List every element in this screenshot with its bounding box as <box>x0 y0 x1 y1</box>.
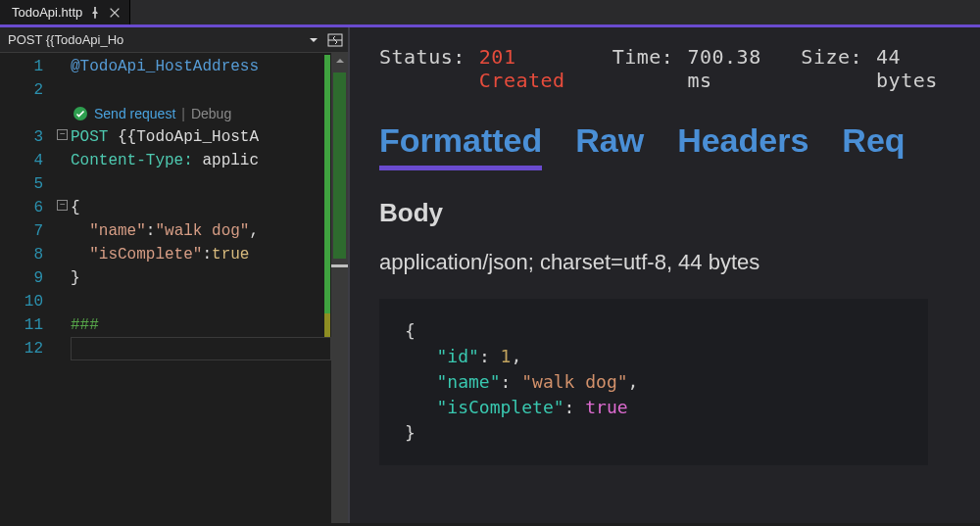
code-lines: @TodoApi_HostAddress Send request | Debu… <box>71 53 348 523</box>
code-token: } <box>71 269 80 287</box>
response-pane: Status: 201 Created Time: 700.38 ms Size… <box>348 27 980 523</box>
time-value: 700.38 ms <box>687 45 775 92</box>
size-value: 44 bytes <box>876 45 955 92</box>
editor-nav-bar: POST {{TodoApi_Ho <box>0 27 348 53</box>
body-heading: Body <box>379 198 980 228</box>
code-token: { <box>71 199 80 216</box>
scroll-overview-changes <box>333 72 346 259</box>
document-tab-strip: TodoApi.http <box>0 0 980 27</box>
chevron-up-icon <box>335 56 345 66</box>
tab-raw[interactable]: Raw <box>575 121 644 170</box>
response-status-line: Status: 201 Created Time: 700.38 ms Size… <box>379 45 980 92</box>
json-content: { "id": 1, "name": "walk dog", "isComple… <box>405 318 903 446</box>
editor-pane: POST {{TodoApi_Ho 12345 6789101112 − − <box>0 27 348 523</box>
send-request-link[interactable]: Send request <box>94 102 175 125</box>
codelens-row: Send request | Debug <box>71 102 348 125</box>
document-tab-title: TodoApi.http <box>12 5 82 20</box>
scope-combo-text: POST {{TodoApi_Ho <box>8 32 123 47</box>
response-body-json: { "id": 1, "name": "walk dog", "isComple… <box>379 299 928 465</box>
tab-request[interactable]: Req <box>842 121 905 170</box>
fold-toggle[interactable]: − <box>57 200 68 211</box>
code-token: : <box>146 222 156 240</box>
line-number-gutter: 12345 6789101112 <box>0 53 57 523</box>
code-token: {{TodoApi_HostA <box>108 128 259 146</box>
debug-link[interactable]: Debug <box>191 102 231 125</box>
change-indicator-unsaved <box>324 313 330 337</box>
code-token: : <box>202 246 212 263</box>
split-horizontal-icon <box>327 32 343 48</box>
close-icon[interactable] <box>108 6 122 20</box>
fold-margin: − − <box>57 53 71 523</box>
chevron-down-icon <box>309 35 318 45</box>
code-token: ### <box>71 316 99 334</box>
success-check-icon <box>73 106 88 121</box>
current-line-highlight <box>71 337 331 360</box>
tab-formatted[interactable]: Formatted <box>379 121 542 170</box>
codelens-separator: | <box>181 102 185 125</box>
code-token: "walk dog" <box>155 222 249 240</box>
status-label: Status: <box>379 45 466 69</box>
status-value: 201 Created <box>479 45 587 92</box>
pin-icon[interactable] <box>88 6 102 20</box>
body-meta: application/json; charset=utf-8, 44 byte… <box>379 250 980 275</box>
scope-combo[interactable]: POST {{TodoApi_Ho <box>0 32 322 47</box>
code-token: POST <box>71 128 108 146</box>
split-panes: POST {{TodoApi_Ho 12345 6789101112 − − <box>0 27 980 523</box>
code-token: "name" <box>89 222 146 240</box>
code-token: , <box>249 222 259 240</box>
document-tab[interactable]: TodoApi.http <box>0 0 130 24</box>
size-label: Size: <box>801 45 862 69</box>
response-tabs: Formatted Raw Headers Req <box>379 121 980 170</box>
time-label: Time: <box>612 45 674 69</box>
vertical-scrollbar[interactable] <box>331 53 348 523</box>
code-token: true <box>212 246 249 263</box>
fold-toggle[interactable]: − <box>57 129 68 140</box>
scroll-overview-caret <box>331 264 348 267</box>
code-token: applic <box>193 152 259 169</box>
scroll-up-button[interactable] <box>331 53 348 69</box>
split-editor-button[interactable] <box>322 32 348 48</box>
code-token: @TodoApi_HostAddress <box>71 58 259 75</box>
tab-headers[interactable]: Headers <box>677 121 808 170</box>
code-token: "isComplete" <box>89 246 202 263</box>
code-editor[interactable]: 12345 6789101112 − − @TodoApi_HostAddres… <box>0 53 348 523</box>
code-token: Content-Type: <box>71 152 193 169</box>
change-indicator-saved <box>324 55 330 313</box>
